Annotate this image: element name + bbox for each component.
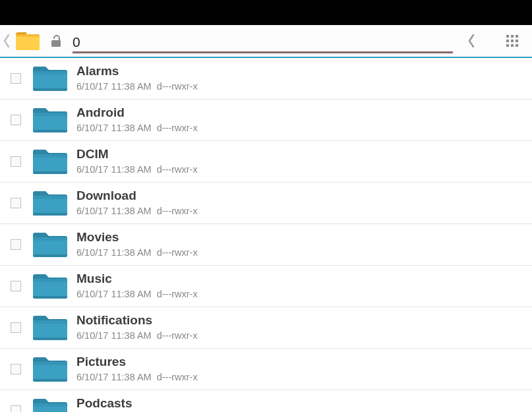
- list-item[interactable]: DCIM6/10/17 11:38 AMd---rwxr-x: [0, 141, 532, 183]
- checkbox[interactable]: [11, 156, 21, 167]
- folder-meta: 6/10/17 11:38 AMd---rwxr-x: [76, 370, 525, 384]
- chevron-left-icon: [3, 34, 10, 47]
- list-item[interactable]: Podcasts6/10/17 11:38 AMd---rwxr-x: [0, 390, 532, 412]
- folder-meta: 6/10/17 11:38 AMd---rwxr-x: [76, 204, 525, 218]
- folder-meta: 6/10/17 11:38 AMd---rwxr-x: [76, 163, 525, 176]
- checkbox[interactable]: [11, 115, 21, 125]
- grid-icon: [506, 35, 518, 47]
- checkbox[interactable]: [11, 73, 21, 84]
- folder-icon: [33, 106, 67, 134]
- list-item[interactable]: Android6/10/17 11:38 AMd---rwxr-x: [0, 100, 532, 141]
- row-text: Music6/10/17 11:38 AMd---rwxr-x: [76, 272, 525, 301]
- folder-name: Music: [76, 272, 525, 287]
- folder-name: DCIM: [76, 147, 525, 162]
- path-value: 0: [73, 34, 453, 51]
- row-text: Notifications6/10/17 11:38 AMd---rwxr-x: [76, 313, 525, 342]
- folder-icon: [33, 314, 67, 341]
- folder-perms: d---rwxr-x: [157, 372, 198, 382]
- list-item[interactable]: Download6/10/17 11:38 AMd---rwxr-x: [0, 183, 532, 224]
- folder-meta: 6/10/17 11:38 AMd---rwxr-x: [76, 287, 525, 301]
- folder-name: Podcasts: [76, 396, 525, 411]
- checkbox[interactable]: [11, 281, 21, 291]
- row-text: Pictures6/10/17 11:38 AMd---rwxr-x: [76, 355, 525, 384]
- list-item[interactable]: Notifications6/10/17 11:38 AMd---rwxr-x: [0, 307, 532, 349]
- folder-perms: d---rwxr-x: [157, 247, 198, 258]
- folder-name: Download: [76, 189, 525, 204]
- folder-perms: d---rwxr-x: [157, 330, 198, 341]
- folder-icon: [33, 148, 67, 175]
- folder-meta: 6/10/17 11:38 AMd---rwxr-x: [76, 121, 525, 134]
- folder-date: 6/10/17 11:38 AM: [76, 81, 152, 92]
- folder-name: Movies: [76, 230, 525, 245]
- folder-icon: [33, 355, 67, 383]
- folder-date: 6/10/17 11:38 AM: [76, 330, 152, 341]
- folder-date: 6/10/17 11:38 AM: [76, 123, 152, 133]
- folder-perms: d---rwxr-x: [157, 206, 198, 216]
- list-item[interactable]: Pictures6/10/17 11:38 AMd---rwxr-x: [0, 349, 532, 390]
- folder-date: 6/10/17 11:38 AM: [76, 289, 152, 299]
- folder-icon: [33, 65, 67, 92]
- folder-date: 6/10/17 11:38 AM: [76, 372, 152, 382]
- folder-perms: d---rwxr-x: [157, 123, 198, 133]
- list-item[interactable]: Alarms6/10/17 11:38 AMd---rwxr-x: [0, 58, 532, 100]
- path-underline: [73, 51, 453, 53]
- app-folder-icon[interactable]: [16, 30, 40, 51]
- folder-meta: 6/10/17 11:38 AMd---rwxr-x: [76, 246, 525, 259]
- list-item[interactable]: Movies6/10/17 11:38 AMd---rwxr-x: [0, 224, 532, 266]
- chevron-left-icon: [468, 34, 475, 47]
- checkbox[interactable]: [11, 364, 21, 374]
- folder-meta: 6/10/17 11:38 AMd---rwxr-x: [76, 80, 525, 93]
- grid-view-button[interactable]: [503, 32, 521, 50]
- list-item[interactable]: Music6/10/17 11:38 AMd---rwxr-x: [0, 266, 532, 307]
- folder-name: Alarms: [76, 64, 525, 79]
- folder-name: Android: [76, 105, 525, 121]
- row-text: Alarms6/10/17 11:38 AMd---rwxr-x: [76, 64, 525, 93]
- folder-name: Pictures: [76, 355, 525, 370]
- checkbox[interactable]: [11, 239, 21, 250]
- folder-name: Notifications: [76, 313, 525, 328]
- unlock-button[interactable]: [49, 32, 66, 49]
- folder-icon: [33, 397, 67, 412]
- folder-meta: 6/10/17 11:38 AMd---rwxr-x: [76, 329, 525, 342]
- folder-perms: d---rwxr-x: [157, 81, 198, 92]
- row-text: DCIM6/10/17 11:38 AMd---rwxr-x: [76, 147, 525, 176]
- folder-perms: d---rwxr-x: [157, 164, 198, 175]
- toolbar: 0: [0, 25, 532, 58]
- row-text: Download6/10/17 11:38 AMd---rwxr-x: [76, 189, 525, 218]
- back-button[interactable]: [1, 34, 12, 47]
- row-text: Podcasts6/10/17 11:38 AMd---rwxr-x: [76, 396, 525, 412]
- row-text: Android6/10/17 11:38 AMd---rwxr-x: [76, 105, 525, 134]
- folder-date: 6/10/17 11:38 AM: [76, 164, 152, 175]
- checkbox[interactable]: [11, 405, 21, 412]
- file-list[interactable]: Alarms6/10/17 11:38 AMd---rwxr-xAndroid6…: [0, 58, 532, 412]
- folder-date: 6/10/17 11:38 AM: [76, 206, 152, 216]
- folder-perms: d---rwxr-x: [157, 289, 198, 299]
- row-text: Movies6/10/17 11:38 AMd---rwxr-x: [76, 230, 525, 259]
- unlock-icon: [50, 34, 65, 48]
- folder-icon: [33, 189, 67, 217]
- path-input[interactable]: 0: [73, 28, 453, 53]
- folder-icon: [33, 231, 67, 258]
- folder-icon: [33, 272, 67, 300]
- checkbox[interactable]: [11, 198, 21, 208]
- forward-button[interactable]: [462, 32, 481, 50]
- folder-date: 6/10/17 11:38 AM: [76, 247, 152, 258]
- status-bar: [0, 0, 532, 25]
- checkbox[interactable]: [11, 322, 21, 333]
